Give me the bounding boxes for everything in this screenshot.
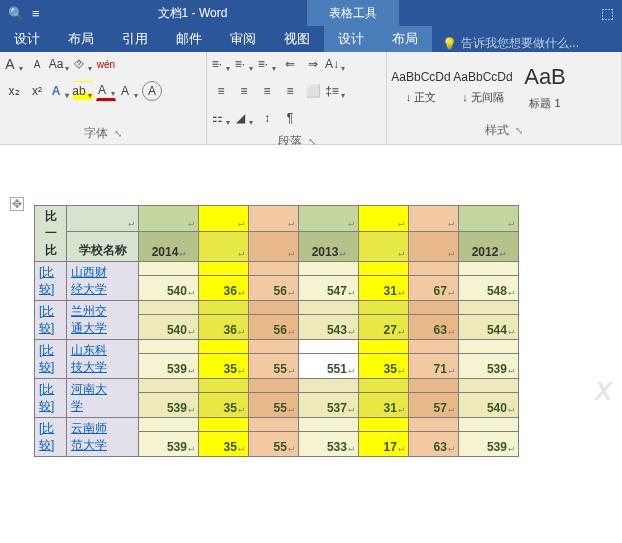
data-cell[interactable]: 55↵ xyxy=(249,432,299,457)
data-cell[interactable] xyxy=(199,418,249,432)
header-cell[interactable]: ↵ xyxy=(359,206,409,232)
data-cell[interactable] xyxy=(359,418,409,432)
data-cell[interactable] xyxy=(299,262,359,276)
change-case-icon[interactable]: Aa xyxy=(50,54,70,74)
school-name-cell[interactable]: 云南师范大学 xyxy=(67,418,139,457)
data-cell[interactable] xyxy=(299,379,359,393)
data-cell[interactable]: 31↵ xyxy=(359,276,409,301)
data-cell[interactable]: 547↵ xyxy=(299,276,359,301)
compare-link-cell[interactable]: [比较] xyxy=(35,418,67,457)
tab-layout[interactable]: 布局 xyxy=(54,26,108,52)
header-cell[interactable]: ↵ xyxy=(249,206,299,232)
header-cell[interactable]: ↵ xyxy=(409,206,459,232)
style-normal[interactable]: AaBbCcDd ↓ 正文 xyxy=(391,58,451,116)
data-cell[interactable] xyxy=(249,379,299,393)
header-cell[interactable]: 2012↵ xyxy=(459,231,519,261)
tab-review[interactable]: 审阅 xyxy=(216,26,270,52)
font-dialog-launcher-icon[interactable]: ⤡ xyxy=(114,128,122,139)
school-name-cell[interactable]: 山西财经大学 xyxy=(67,262,139,301)
line-spacing-icon[interactable]: ‡≡ xyxy=(326,81,346,101)
tab-mailings[interactable]: 邮件 xyxy=(162,26,216,52)
header-cell[interactable]: ↵ xyxy=(249,231,299,261)
data-cell[interactable]: 539↵ xyxy=(139,393,199,418)
tab-table-layout[interactable]: 布局 xyxy=(378,26,432,52)
table-move-handle-icon[interactable]: ✥ xyxy=(10,197,24,211)
justify-icon[interactable]: ≡ xyxy=(280,81,300,101)
compare-link-cell[interactable]: [比较] xyxy=(35,340,67,379)
data-cell[interactable]: 539↵ xyxy=(459,354,519,379)
data-cell[interactable] xyxy=(139,340,199,354)
header-cell[interactable]: ↵ xyxy=(199,206,249,232)
show-marks-icon[interactable]: ¶ xyxy=(280,108,300,128)
data-cell[interactable] xyxy=(409,301,459,315)
styles-dialog-launcher-icon[interactable]: ⤡ xyxy=(515,125,523,136)
data-cell[interactable] xyxy=(359,340,409,354)
data-cell[interactable] xyxy=(199,379,249,393)
data-cell[interactable] xyxy=(299,301,359,315)
enclose-char-icon[interactable]: A xyxy=(142,81,162,101)
data-cell[interactable] xyxy=(459,418,519,432)
data-cell[interactable] xyxy=(249,418,299,432)
sort-icon[interactable]: A↓ xyxy=(326,54,346,74)
data-cell[interactable]: 540↵ xyxy=(459,393,519,418)
header-cell[interactable]: 比一比 xyxy=(35,206,67,262)
superscript-icon[interactable]: x² xyxy=(27,81,47,101)
data-cell[interactable] xyxy=(409,418,459,432)
text-effects-icon[interactable]: A xyxy=(50,81,70,101)
data-cell[interactable] xyxy=(409,379,459,393)
grow-font-icon[interactable]: A xyxy=(4,54,24,74)
data-cell[interactable]: 36↵ xyxy=(199,276,249,301)
distributed-icon[interactable]: ⬜ xyxy=(303,81,323,101)
data-cell[interactable] xyxy=(139,301,199,315)
tab-view[interactable]: 视图 xyxy=(270,26,324,52)
increase-indent-icon[interactable]: ⇒ xyxy=(303,54,323,74)
data-cell[interactable]: 533↵ xyxy=(299,432,359,457)
bullets-icon[interactable]: ≡· xyxy=(211,54,231,74)
data-cell[interactable] xyxy=(409,340,459,354)
data-cell[interactable] xyxy=(359,262,409,276)
data-cell[interactable]: 55↵ xyxy=(249,393,299,418)
data-cell[interactable]: 544↵ xyxy=(459,315,519,340)
data-cell[interactable]: 71↵ xyxy=(409,354,459,379)
data-cell[interactable]: 539↵ xyxy=(459,432,519,457)
data-cell[interactable] xyxy=(459,301,519,315)
search-icon[interactable]: 🔍 xyxy=(8,6,24,21)
data-cell[interactable] xyxy=(199,262,249,276)
school-name-cell[interactable]: 山东科技大学 xyxy=(67,340,139,379)
school-name-cell[interactable]: 兰州交通大学 xyxy=(67,301,139,340)
tab-design[interactable]: 设计 xyxy=(0,26,54,52)
data-cell[interactable] xyxy=(199,301,249,315)
data-cell[interactable]: 57↵ xyxy=(409,393,459,418)
multilevel-list-icon[interactable]: ≡· xyxy=(257,54,277,74)
data-cell[interactable] xyxy=(249,340,299,354)
header-cell[interactable]: 2013↵ xyxy=(299,231,359,261)
shading-icon[interactable]: ⚏ xyxy=(211,108,231,128)
data-cell[interactable]: 537↵ xyxy=(299,393,359,418)
phonetic-guide-icon[interactable]: wén xyxy=(96,54,116,74)
data-cell[interactable]: 17↵ xyxy=(359,432,409,457)
data-cell[interactable] xyxy=(299,340,359,354)
data-cell[interactable] xyxy=(199,340,249,354)
header-cell[interactable]: ↵ xyxy=(459,206,519,232)
data-cell[interactable] xyxy=(139,418,199,432)
data-cell[interactable]: 63↵ xyxy=(409,315,459,340)
data-cell[interactable] xyxy=(249,301,299,315)
decrease-indent-icon[interactable]: ⇐ xyxy=(280,54,300,74)
word-table-body[interactable]: [比较]山西财经大学540↵36↵56↵547↵31↵67↵548↵[比较]兰州… xyxy=(34,261,519,457)
header-cell[interactable]: ↵ xyxy=(67,206,139,232)
data-cell[interactable]: 36↵ xyxy=(199,315,249,340)
qat-menu-icon[interactable]: ≡ xyxy=(32,6,40,21)
data-cell[interactable]: 539↵ xyxy=(139,432,199,457)
header-cell[interactable]: 学校名称 xyxy=(67,231,139,261)
data-cell[interactable] xyxy=(459,379,519,393)
align-right-icon[interactable]: ≡ xyxy=(257,81,277,101)
data-cell[interactable]: 63↵ xyxy=(409,432,459,457)
highlight-icon[interactable]: ab xyxy=(73,81,93,101)
data-cell[interactable]: 56↵ xyxy=(249,315,299,340)
data-cell[interactable] xyxy=(359,379,409,393)
char-shading-icon[interactable]: A xyxy=(119,81,139,101)
data-cell[interactable] xyxy=(359,301,409,315)
style-no-spacing[interactable]: AaBbCcDd ↓ 无间隔 xyxy=(453,58,513,116)
window-control-icon[interactable]: ⬚ xyxy=(593,5,622,21)
asian-layout-icon[interactable]: ↕ xyxy=(257,108,277,128)
